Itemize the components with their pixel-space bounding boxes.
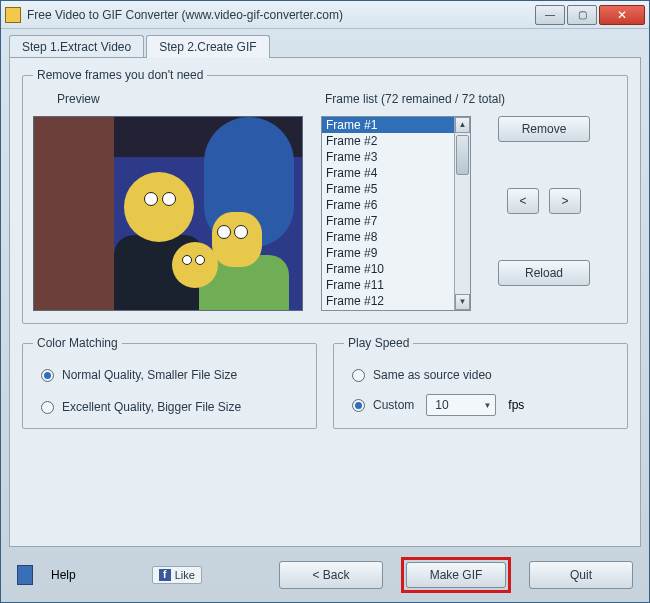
fps-value: 10 <box>435 398 448 412</box>
make-gif-button[interactable]: Make GIF <box>406 562 506 588</box>
remove-frames-group: Remove frames you don't need Preview <box>22 68 628 324</box>
list-item[interactable]: Frame #4 <box>322 165 454 181</box>
remove-frames-legend: Remove frames you don't need <box>33 68 207 82</box>
color-matching-group: Color Matching Normal Quality, Smaller F… <box>22 336 317 429</box>
listbox-scrollbar[interactable]: ▲ ▼ <box>454 117 470 310</box>
tab-panel-step2: Remove frames you don't need Preview <box>9 57 641 547</box>
radio-icon <box>41 369 54 382</box>
radio-label: Excellent Quality, Bigger File Size <box>62 400 241 414</box>
radio-icon <box>352 369 365 382</box>
list-item[interactable]: Frame #2 <box>322 133 454 149</box>
radio-label: Normal Quality, Smaller File Size <box>62 368 237 382</box>
tab-step2[interactable]: Step 2.Create GIF <box>146 35 269 58</box>
list-item[interactable]: Frame #1 <box>322 117 454 133</box>
like-label: Like <box>175 569 195 581</box>
maximize-button[interactable]: ▢ <box>567 5 597 25</box>
frame-list-label: Frame list (72 remained / 72 total) <box>325 92 617 106</box>
radio-label: Custom <box>373 398 414 412</box>
preview-label: Preview <box>57 92 303 106</box>
app-icon <box>5 7 21 23</box>
play-speed-legend: Play Speed <box>344 336 413 350</box>
scroll-thumb[interactable] <box>456 135 469 175</box>
app-window: Free Video to GIF Converter (www.video-g… <box>0 0 650 603</box>
list-item[interactable]: Frame #11 <box>322 277 454 293</box>
quit-button[interactable]: Quit <box>529 561 633 589</box>
frame-listbox[interactable]: Frame #1 Frame #2 Frame #3 Frame #4 Fram… <box>321 116 471 311</box>
titlebar[interactable]: Free Video to GIF Converter (www.video-g… <box>1 1 649 29</box>
list-item[interactable]: Frame #9 <box>322 245 454 261</box>
minimize-button[interactable]: — <box>535 5 565 25</box>
help-link[interactable]: Help <box>51 568 76 582</box>
scroll-track[interactable] <box>455 133 470 294</box>
tabstrip: Step 1.Extract Video Step 2.Create GIF <box>9 35 641 58</box>
facebook-like-button[interactable]: f Like <box>152 566 202 584</box>
color-matching-legend: Color Matching <box>33 336 122 350</box>
radio-custom-speed[interactable]: Custom <box>352 398 414 412</box>
next-frame-button[interactable]: > <box>549 188 581 214</box>
fps-unit-label: fps <box>508 398 524 412</box>
client-area: Step 1.Extract Video Step 2.Create GIF R… <box>1 29 649 551</box>
list-item[interactable]: Frame #5 <box>322 181 454 197</box>
radio-normal-quality[interactable]: Normal Quality, Smaller File Size <box>41 368 306 382</box>
chevron-down-icon: ▼ <box>483 401 491 410</box>
scroll-down-button[interactable]: ▼ <box>455 294 470 310</box>
reload-button[interactable]: Reload <box>498 260 590 286</box>
list-item[interactable]: Frame #7 <box>322 213 454 229</box>
list-item[interactable]: Frame #3 <box>322 149 454 165</box>
facebook-icon: f <box>159 569 171 581</box>
fps-combobox[interactable]: 10 ▼ <box>426 394 496 416</box>
back-button[interactable]: < Back <box>279 561 383 589</box>
list-item[interactable]: Frame #8 <box>322 229 454 245</box>
scroll-up-button[interactable]: ▲ <box>455 117 470 133</box>
help-icon[interactable] <box>17 565 33 585</box>
remove-button[interactable]: Remove <box>498 116 590 142</box>
radio-icon <box>41 401 54 414</box>
radio-icon <box>352 399 365 412</box>
list-item[interactable]: Frame #6 <box>322 197 454 213</box>
close-button[interactable]: ✕ <box>599 5 645 25</box>
window-controls: — ▢ ✕ <box>535 5 645 25</box>
radio-excellent-quality[interactable]: Excellent Quality, Bigger File Size <box>41 400 306 414</box>
radio-label: Same as source video <box>373 368 492 382</box>
play-speed-group: Play Speed Same as source video Custom 1… <box>333 336 628 429</box>
bottom-bar: Help f Like < Back Make GIF Quit <box>1 548 649 602</box>
tab-step1[interactable]: Step 1.Extract Video <box>9 35 144 58</box>
list-item[interactable]: Frame #12 <box>322 293 454 309</box>
list-item[interactable]: Frame #10 <box>322 261 454 277</box>
prev-frame-button[interactable]: < <box>507 188 539 214</box>
make-gif-highlight: Make GIF <box>401 557 511 593</box>
preview-image <box>33 116 303 311</box>
window-title: Free Video to GIF Converter (www.video-g… <box>27 8 535 22</box>
radio-same-as-source[interactable]: Same as source video <box>352 368 617 382</box>
